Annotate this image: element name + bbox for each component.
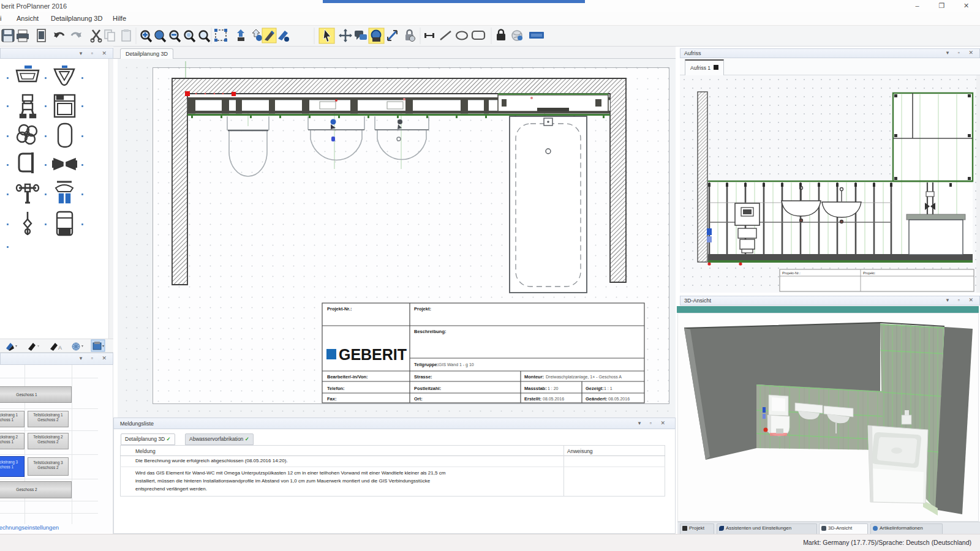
svg-text:Projekt:: Projekt: bbox=[863, 271, 876, 275]
svg-text:GIS Wand 1 - g 10: GIS Wand 1 - g 10 bbox=[439, 362, 474, 367]
svg-text:Fax:: Fax: bbox=[327, 396, 336, 402]
svg-text:Projekt-Nr.:: Projekt-Nr.: bbox=[327, 306, 352, 312]
svg-text:08.05.2016: 08.05.2016 bbox=[608, 397, 630, 401]
svg-text:1 : 1: 1 : 1 bbox=[604, 386, 612, 391]
svg-text:GEBERIT: GEBERIT bbox=[339, 346, 407, 363]
svg-text:Erstellt:: Erstellt: bbox=[524, 396, 541, 402]
svg-text:Projekt:: Projekt: bbox=[414, 306, 431, 312]
svg-text:Strasse:: Strasse: bbox=[414, 374, 432, 380]
svg-text:Telefon:: Telefon: bbox=[327, 386, 345, 391]
svg-text:08.05.2016: 08.05.2016 bbox=[543, 397, 564, 401]
svg-text:Geändert:: Geändert: bbox=[586, 396, 607, 402]
svg-text:1 : 20: 1 : 20 bbox=[548, 386, 559, 391]
svg-text:Beschreibung:: Beschreibung: bbox=[414, 329, 447, 334]
svg-text:A: A bbox=[58, 345, 62, 351]
svg-text:Monteur:: Monteur: bbox=[524, 374, 544, 380]
svg-text:Postleitzahl:: Postleitzahl: bbox=[414, 386, 441, 391]
svg-text:Gezeigt:: Gezeigt: bbox=[586, 386, 604, 391]
svg-text:Ort:: Ort: bbox=[414, 396, 423, 402]
svg-text:Dreiwaschplatzanlage, 1× - G: Dreiwaschplatzanlage, 1× - Geschoss A bbox=[546, 375, 622, 380]
svg-text:Bearbeiter/-in/Von:: Bearbeiter/-in/Von: bbox=[327, 374, 368, 380]
svg-text:Massstab:: Massstab: bbox=[524, 386, 547, 391]
svg-text:Teilgruppe:: Teilgruppe: bbox=[414, 362, 439, 367]
svg-text:Projekt-Nr.:: Projekt-Nr.: bbox=[782, 271, 801, 275]
